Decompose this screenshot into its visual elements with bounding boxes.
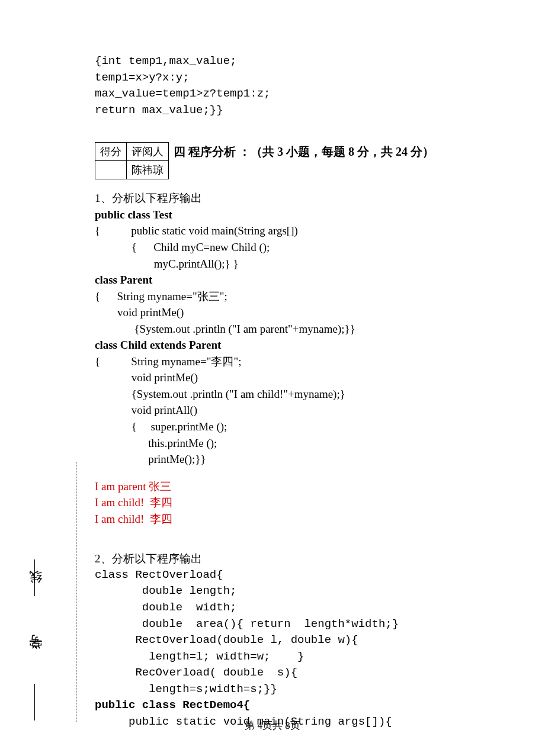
output-line: I am child! 李四 [95,511,509,527]
code-line: printMe();}} [95,451,509,468]
content-area: {int temp1,max_value; temp1=x>y?x:y; max… [95,53,509,730]
code-line: void printAll() [95,402,509,419]
code-line: double length; [95,583,509,600]
code-line: { String myname="张三"; [95,288,509,305]
q1-output: I am parent 张三 I am child! 李四 I am child… [95,478,509,527]
code-line: {System.out .println ("I am child!"+myna… [95,386,509,403]
code-line: this.printMe (); [95,435,509,452]
code-line: public class Test [95,207,509,223]
code-line: { super.printMe (); [95,419,509,435]
code-line: {System.out .println ("I am parent"+myna… [95,321,509,337]
q2-prompt: 2、分析以下程序输出 [95,551,509,567]
code-line: length=s;width=s;}} [95,681,509,698]
page: {int temp1,max_value; temp1=x>y?x:y; max… [0,0,545,756]
side-label-student-id: 学号： [27,639,44,660]
code-top: {int temp1,max_value; temp1=x>y?x:y; max… [95,53,509,118]
code-line: void printMe() [95,369,509,386]
output-line: I am parent 张三 [95,478,509,495]
code-line: myC.printAll();} } [95,256,509,272]
code-line: { public static void main(String args[]) [95,223,509,239]
output-line: I am child! 李四 [95,494,509,511]
code-line: class Child extends Parent [95,337,509,353]
code-line: public class RectDemo4{ [95,697,509,714]
section-4-header: 得分 评阅人 陈祎琼 四 程序分析 ：（共 3 小题，每题 8 分，共 24 分… [95,142,509,179]
q1-prompt: 1、分析以下程序输出 [95,190,509,207]
score-table: 得分 评阅人 陈祎琼 [95,142,169,179]
q2-code: class RectOverload{ double length; doubl… [95,567,509,730]
code-line: RecOverload( double s){ [95,665,509,681]
code-line: double width; [95,600,509,616]
q1-code: public class Test { public static void m… [95,207,509,468]
binding-solid-line [34,559,35,596]
code-line: { Child myC=new Child (); [95,239,509,256]
code-line: class RectOverload{ [95,567,509,584]
code-line: void printMe() [95,304,509,321]
score-reviewer-name: 陈祎琼 [127,161,169,179]
score-points-cell [95,161,127,179]
code-line: RectOverload(double l, double w){ [95,632,509,649]
page-footer: 第 4页共 8页 [0,719,545,732]
code-line: length=l; width=w; } [95,649,509,665]
score-header-reviewer: 评阅人 [127,143,169,161]
code-line: double area(){ return length*width;} [95,616,509,633]
code-line: { String myname="李四"; [95,353,509,370]
binding-dotted-line [76,462,76,722]
code-line: class Parent [95,272,509,288]
side-label-line: 线 [27,592,44,594]
binding-solid-line [34,684,35,720]
score-header-points: 得分 [95,143,127,161]
